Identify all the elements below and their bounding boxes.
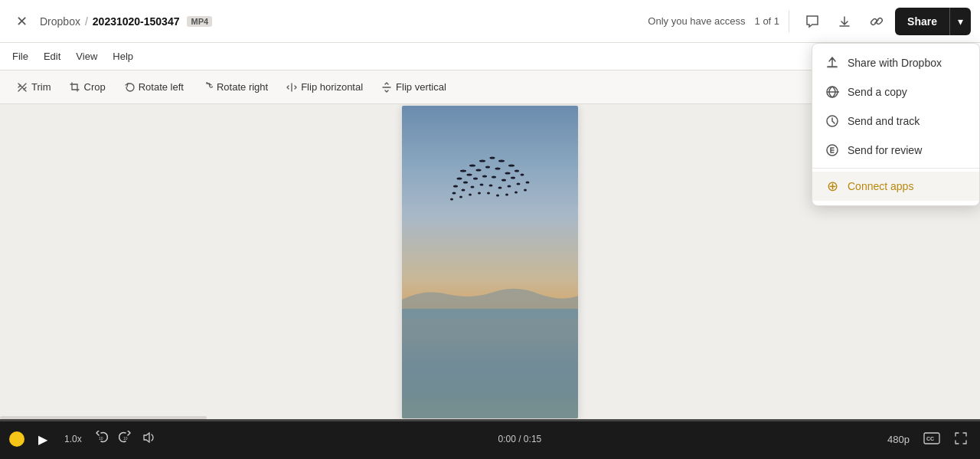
svg-point-37 xyxy=(478,192,481,194)
dropdown-divider xyxy=(812,168,979,169)
svg-point-16 xyxy=(514,169,519,172)
comment-button[interactable] xyxy=(799,8,826,35)
svg-rect-0 xyxy=(827,66,838,68)
flip-vertical-label: Flip vertical xyxy=(396,81,446,93)
send-track-label: Send and track xyxy=(848,115,920,127)
send-track-item[interactable]: Send and track xyxy=(812,107,979,136)
link-button[interactable] xyxy=(863,8,890,35)
cc-button[interactable]: CC xyxy=(920,431,943,448)
share-with-dropbox-item[interactable]: Share with Dropbox xyxy=(812,48,979,77)
svg-point-24 xyxy=(521,173,524,175)
play-button[interactable]: ▶ xyxy=(32,428,54,450)
crop-icon xyxy=(70,82,80,93)
svg-point-28 xyxy=(480,183,484,185)
rotate-right-tool[interactable]: Rotate right xyxy=(194,77,276,97)
playback-bar: ▶ 1.0x 10 10 0:00 / 0:15 480p CC xyxy=(0,419,980,459)
svg-point-31 xyxy=(508,185,511,187)
svg-point-7 xyxy=(490,156,495,159)
svg-point-41 xyxy=(514,191,518,193)
svg-point-27 xyxy=(471,185,475,188)
send-review-item[interactable]: Send for review xyxy=(812,136,979,165)
time-display: 0:00 / 0:15 xyxy=(163,434,877,444)
divider xyxy=(789,11,789,32)
svg-point-10 xyxy=(457,177,462,179)
filetype-badge: MP4 xyxy=(187,16,212,27)
breadcrumb-filename: 20231020-150347 xyxy=(93,15,180,28)
svg-point-20 xyxy=(482,175,487,177)
svg-point-42 xyxy=(524,189,527,191)
page-count: 1 of 1 xyxy=(755,15,780,27)
volume-button[interactable] xyxy=(142,431,155,448)
speed-button[interactable]: 1.0x xyxy=(61,432,85,446)
menu-help[interactable]: Help xyxy=(106,48,139,65)
share-dropbox-label: Share with Dropbox xyxy=(848,57,942,69)
access-label: Only you have access xyxy=(648,15,745,27)
svg-point-8 xyxy=(498,159,505,162)
connect-apps-icon: ⊕ xyxy=(825,179,840,194)
svg-point-21 xyxy=(492,175,496,178)
svg-point-25 xyxy=(452,192,456,194)
send-copy-icon xyxy=(825,84,840,100)
svg-point-4 xyxy=(460,169,466,172)
svg-point-30 xyxy=(498,186,502,189)
svg-point-35 xyxy=(459,195,462,198)
water xyxy=(402,309,578,418)
connect-apps-label: Connect apps xyxy=(848,180,913,192)
svg-point-36 xyxy=(469,193,472,195)
svg-point-39 xyxy=(496,194,499,196)
svg-point-12 xyxy=(476,169,482,171)
download-icon xyxy=(838,15,851,28)
breadcrumb: Dropbox / 20231020-150347 MP4 xyxy=(40,15,212,28)
svg-point-33 xyxy=(526,181,530,183)
rotate-right-icon xyxy=(202,82,213,93)
svg-point-38 xyxy=(487,192,490,194)
breadcrumb-root[interactable]: Dropbox xyxy=(40,15,80,28)
flip-horizontal-tool[interactable]: Flip horizontal xyxy=(279,77,371,97)
link-icon xyxy=(870,15,884,28)
share-button[interactable]: Share xyxy=(895,8,949,35)
rotate-right-label: Rotate right xyxy=(217,81,268,93)
trim-tool[interactable]: Trim xyxy=(9,77,59,97)
flip-vertical-tool[interactable]: Flip vertical xyxy=(374,77,454,97)
birds-svg xyxy=(402,129,578,251)
flip-vertical-icon xyxy=(381,82,392,93)
skip-forward-button[interactable]: 10 xyxy=(117,429,134,449)
svg-point-6 xyxy=(479,159,485,162)
trim-label: Trim xyxy=(31,81,51,93)
svg-point-13 xyxy=(485,166,490,168)
svg-text:10: 10 xyxy=(123,436,128,441)
share-group: Share ▾ xyxy=(895,8,971,35)
send-copy-label: Send a copy xyxy=(848,86,907,98)
share-dropdown-button[interactable]: ▾ xyxy=(949,8,971,35)
crop-tool[interactable]: Crop xyxy=(62,77,113,97)
menu-file[interactable]: File xyxy=(6,48,34,65)
svg-text:10: 10 xyxy=(99,436,103,441)
svg-point-32 xyxy=(517,182,521,185)
fullscreen-button[interactable] xyxy=(951,430,971,449)
download-button[interactable] xyxy=(831,8,858,35)
menu-view[interactable]: View xyxy=(70,48,103,65)
svg-point-29 xyxy=(489,184,493,186)
rotate-left-tool[interactable]: Rotate left xyxy=(116,77,191,97)
connect-apps-item[interactable]: ⊕ Connect apps xyxy=(812,172,979,201)
crop-label: Crop xyxy=(84,81,106,93)
video-preview xyxy=(402,106,578,418)
svg-point-40 xyxy=(505,193,508,195)
quality-button[interactable]: 480p xyxy=(884,432,913,447)
svg-point-26 xyxy=(462,189,466,191)
share-dropdown-menu: Share with Dropbox Send a copy Send and … xyxy=(812,43,980,206)
flip-horizontal-label: Flip horizontal xyxy=(301,81,363,93)
send-copy-item[interactable]: Send a copy xyxy=(812,77,979,107)
svg-point-15 xyxy=(505,172,511,174)
flip-horizontal-icon xyxy=(286,82,297,93)
send-track-icon xyxy=(825,113,840,129)
skip-back-button[interactable]: 10 xyxy=(93,429,109,449)
dropbox-dot xyxy=(9,431,24,447)
svg-point-11 xyxy=(467,173,472,175)
close-button[interactable]: ✕ xyxy=(9,9,34,34)
menu-edit[interactable]: Edit xyxy=(38,48,67,65)
svg-point-22 xyxy=(501,179,506,181)
progress-bar-container[interactable] xyxy=(0,419,980,421)
breadcrumb-separator: / xyxy=(85,15,88,28)
rotate-left-label: Rotate left xyxy=(139,81,184,93)
